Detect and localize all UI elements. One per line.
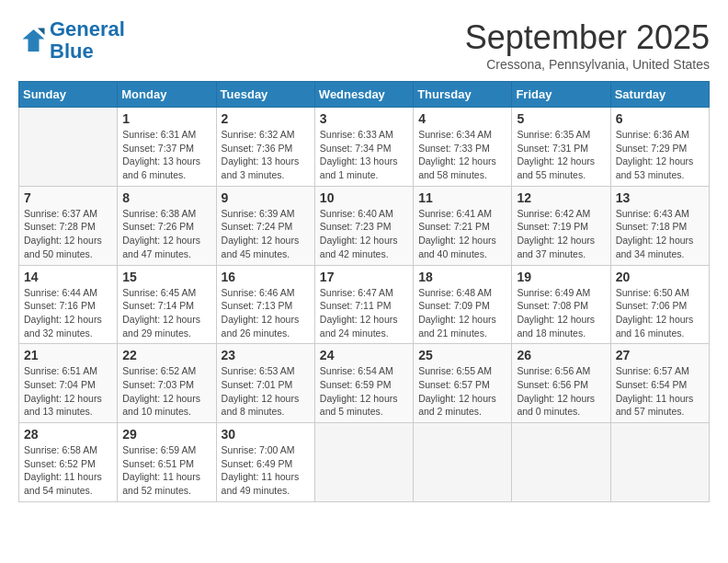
day-info: Sunrise: 6:33 AM Sunset: 7:34 PM Dayligh…: [320, 128, 408, 182]
logo-line2: Blue: [50, 40, 94, 63]
day-of-week-header: Thursday: [414, 82, 512, 108]
day-info: Sunrise: 6:32 AM Sunset: 7:36 PM Dayligh…: [222, 128, 310, 182]
day-number: 15: [122, 270, 210, 284]
calendar-cell: 26Sunrise: 6:56 AM Sunset: 6:56 PM Dayli…: [512, 344, 610, 423]
calendar-week-row: 7Sunrise: 6:37 AM Sunset: 7:28 PM Daylig…: [19, 186, 710, 265]
day-info: Sunrise: 6:56 AM Sunset: 6:56 PM Dayligh…: [517, 364, 605, 419]
day-info: Sunrise: 6:40 AM Sunset: 7:23 PM Dayligh…: [320, 207, 408, 261]
day-number: 20: [616, 270, 704, 284]
calendar-cell: 7Sunrise: 6:37 AM Sunset: 7:28 PM Daylig…: [19, 186, 118, 265]
calendar-cell: 16Sunrise: 6:46 AM Sunset: 7:13 PM Dayli…: [216, 265, 314, 344]
location-subtitle: Cressona, Pennsylvania, United States: [465, 57, 710, 72]
calendar-body: 1Sunrise: 6:31 AM Sunset: 7:37 PM Daylig…: [19, 108, 710, 502]
day-number: 2: [222, 111, 310, 126]
calendar-cell: 18Sunrise: 6:48 AM Sunset: 7:09 PM Dayli…: [414, 265, 512, 344]
logo: General Blue: [18, 18, 125, 63]
calendar-cell: [19, 108, 118, 187]
day-number: 13: [616, 190, 704, 205]
day-info: Sunrise: 6:47 AM Sunset: 7:11 PM Dayligh…: [320, 286, 408, 340]
day-number: 25: [418, 348, 506, 362]
day-info: Sunrise: 6:59 AM Sunset: 6:51 PM Dayligh…: [122, 443, 210, 498]
calendar-cell: 9Sunrise: 6:39 AM Sunset: 7:24 PM Daylig…: [216, 186, 314, 265]
day-number: 12: [517, 190, 605, 205]
day-number: 19: [517, 270, 605, 284]
calendar-cell: [314, 423, 413, 502]
day-number: 16: [222, 270, 310, 284]
calendar-cell: 3Sunrise: 6:33 AM Sunset: 7:34 PM Daylig…: [314, 108, 413, 187]
day-info: Sunrise: 7:00 AM Sunset: 6:49 PM Dayligh…: [222, 443, 310, 498]
day-info: Sunrise: 6:38 AM Sunset: 7:26 PM Dayligh…: [122, 207, 210, 261]
calendar-cell: 10Sunrise: 6:40 AM Sunset: 7:23 PM Dayli…: [314, 186, 413, 265]
calendar-week-row: 21Sunrise: 6:51 AM Sunset: 7:04 PM Dayli…: [19, 344, 710, 423]
day-info: Sunrise: 6:54 AM Sunset: 6:59 PM Dayligh…: [320, 364, 408, 419]
day-number: 21: [24, 348, 112, 362]
day-of-week-header: Tuesday: [216, 82, 314, 108]
day-info: Sunrise: 6:57 AM Sunset: 6:54 PM Dayligh…: [616, 364, 704, 419]
calendar-cell: 22Sunrise: 6:52 AM Sunset: 7:03 PM Dayli…: [118, 344, 216, 423]
day-info: Sunrise: 6:46 AM Sunset: 7:13 PM Dayligh…: [222, 286, 310, 340]
calendar-cell: 30Sunrise: 7:00 AM Sunset: 6:49 PM Dayli…: [216, 423, 314, 502]
day-info: Sunrise: 6:35 AM Sunset: 7:31 PM Dayligh…: [517, 128, 605, 182]
day-of-week-header: Friday: [512, 82, 610, 108]
day-info: Sunrise: 6:39 AM Sunset: 7:24 PM Dayligh…: [222, 207, 310, 261]
calendar-cell: 11Sunrise: 6:41 AM Sunset: 7:21 PM Dayli…: [414, 186, 512, 265]
day-info: Sunrise: 6:52 AM Sunset: 7:03 PM Dayligh…: [122, 364, 210, 419]
calendar-week-row: 1Sunrise: 6:31 AM Sunset: 7:37 PM Daylig…: [19, 108, 710, 187]
day-number: 14: [24, 270, 112, 284]
day-number: 29: [122, 427, 210, 442]
calendar-cell: 23Sunrise: 6:53 AM Sunset: 7:01 PM Dayli…: [216, 344, 314, 423]
logo-line1: General: [50, 17, 125, 40]
day-info: Sunrise: 6:34 AM Sunset: 7:33 PM Dayligh…: [418, 128, 506, 182]
day-number: 26: [517, 348, 605, 362]
calendar-cell: 19Sunrise: 6:49 AM Sunset: 7:08 PM Dayli…: [512, 265, 610, 344]
calendar-cell: 20Sunrise: 6:50 AM Sunset: 7:06 PM Dayli…: [610, 265, 709, 344]
day-info: Sunrise: 6:53 AM Sunset: 7:01 PM Dayligh…: [222, 364, 310, 419]
calendar-table: SundayMondayTuesdayWednesdayThursdayFrid…: [18, 81, 710, 502]
calendar-cell: 24Sunrise: 6:54 AM Sunset: 6:59 PM Dayli…: [314, 344, 413, 423]
day-info: Sunrise: 6:44 AM Sunset: 7:16 PM Dayligh…: [24, 286, 112, 340]
calendar-cell: 12Sunrise: 6:42 AM Sunset: 7:19 PM Dayli…: [512, 186, 610, 265]
day-number: 23: [222, 348, 310, 362]
day-number: 30: [222, 427, 310, 442]
day-number: 17: [320, 270, 408, 284]
calendar-cell: 13Sunrise: 6:43 AM Sunset: 7:18 PM Dayli…: [610, 186, 709, 265]
calendar-cell: 17Sunrise: 6:47 AM Sunset: 7:11 PM Dayli…: [314, 265, 413, 344]
day-number: 22: [122, 348, 210, 362]
day-info: Sunrise: 6:42 AM Sunset: 7:19 PM Dayligh…: [517, 207, 605, 261]
day-number: 1: [122, 111, 210, 126]
day-number: 5: [517, 111, 605, 126]
day-of-week-header: Wednesday: [314, 82, 413, 108]
day-number: 6: [616, 111, 704, 126]
day-number: 28: [24, 427, 112, 442]
day-info: Sunrise: 6:36 AM Sunset: 7:29 PM Dayligh…: [616, 128, 704, 182]
day-info: Sunrise: 6:45 AM Sunset: 7:14 PM Dayligh…: [122, 286, 210, 340]
day-info: Sunrise: 6:58 AM Sunset: 6:52 PM Dayligh…: [24, 443, 112, 498]
day-info: Sunrise: 6:43 AM Sunset: 7:18 PM Dayligh…: [616, 207, 704, 261]
page-header: General Blue September 2025 Cressona, Pe…: [18, 18, 710, 72]
day-number: 11: [418, 190, 506, 205]
calendar-cell: 25Sunrise: 6:55 AM Sunset: 6:57 PM Dayli…: [414, 344, 512, 423]
calendar-cell: 14Sunrise: 6:44 AM Sunset: 7:16 PM Dayli…: [19, 265, 118, 344]
day-number: 3: [320, 111, 408, 126]
calendar-cell: 15Sunrise: 6:45 AM Sunset: 7:14 PM Dayli…: [118, 265, 216, 344]
day-info: Sunrise: 6:55 AM Sunset: 6:57 PM Dayligh…: [418, 364, 506, 419]
calendar-cell: 29Sunrise: 6:59 AM Sunset: 6:51 PM Dayli…: [118, 423, 216, 502]
day-number: 27: [616, 348, 704, 362]
day-number: 4: [418, 111, 506, 126]
day-info: Sunrise: 6:51 AM Sunset: 7:04 PM Dayligh…: [24, 364, 112, 419]
calendar-cell: 28Sunrise: 6:58 AM Sunset: 6:52 PM Dayli…: [19, 423, 118, 502]
calendar-cell: [610, 423, 709, 502]
day-number: 9: [222, 190, 310, 205]
month-title: September 2025: [465, 18, 710, 57]
day-of-week-header: Monday: [118, 82, 216, 108]
day-info: Sunrise: 6:37 AM Sunset: 7:28 PM Dayligh…: [24, 207, 112, 261]
calendar-cell: 21Sunrise: 6:51 AM Sunset: 7:04 PM Dayli…: [19, 344, 118, 423]
day-of-week-header: Sunday: [19, 82, 118, 108]
day-number: 18: [418, 270, 506, 284]
calendar-week-row: 14Sunrise: 6:44 AM Sunset: 7:16 PM Dayli…: [19, 265, 710, 344]
calendar-cell: 2Sunrise: 6:32 AM Sunset: 7:36 PM Daylig…: [216, 108, 314, 187]
logo-icon: [18, 27, 46, 54]
title-block: September 2025 Cressona, Pennsylvania, U…: [465, 18, 710, 72]
calendar-cell: 5Sunrise: 6:35 AM Sunset: 7:31 PM Daylig…: [512, 108, 610, 187]
day-info: Sunrise: 6:31 AM Sunset: 7:37 PM Dayligh…: [122, 128, 210, 182]
